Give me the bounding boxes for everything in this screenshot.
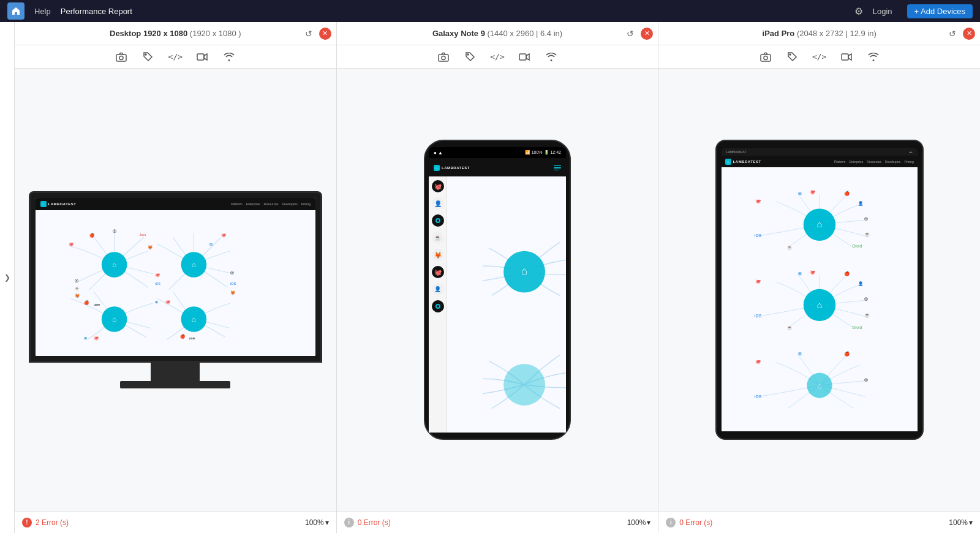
device-header-galaxy: Galaxy Note 9 (1440 x 2960 | 6.4 in) ↺ ✕: [337, 22, 658, 45]
phone-screen-galaxy: ⌂ LAMBDATEST: [429, 159, 566, 433]
error-badge-desktop: ! 2 Error (s): [22, 518, 69, 527]
tag-icon-galaxy[interactable]: [462, 48, 479, 66]
video-icon-desktop[interactable]: [194, 48, 211, 66]
close-button-galaxy[interactable]: ✕: [641, 28, 653, 40]
login-button[interactable]: Login: [873, 7, 892, 16]
svg-text:🍎: 🍎: [844, 351, 850, 357]
camera-icon-ipad[interactable]: [757, 48, 774, 66]
device-header-desktop: Desktop 1920 x 1080 (1920 x 1080 ) ↺ ✕: [15, 22, 336, 45]
svg-text:☕: ☕: [864, 312, 870, 318]
svg-rect-45: [842, 54, 848, 60]
svg-text:⌂: ⌂: [112, 315, 116, 323]
wifi-icon-galaxy[interactable]: [543, 48, 560, 66]
chevron-down-icon: ▾: [325, 518, 329, 527]
svg-text:◎: ◎: [230, 270, 233, 274]
site-mockup-desktop: ⌂ LAMBDATEST PlatformEnterpriseResources…: [36, 198, 315, 355]
svg-text:🦊: 🦊: [230, 290, 235, 296]
sidebar-toggle[interactable]: ❯: [0, 22, 15, 533]
zoom-select-galaxy[interactable]: 100% ▾: [627, 518, 651, 527]
camera-icon-galaxy[interactable]: [435, 48, 452, 66]
svg-text:☕: ☕: [864, 232, 870, 237]
chevron-right-icon: ❯: [4, 273, 10, 282]
svg-text:⌂: ⌂: [191, 315, 195, 323]
error-badge-galaxy: i 0 Error (s): [344, 518, 391, 527]
svg-text:🍎: 🍎: [84, 300, 89, 305]
code-icon-galaxy[interactable]: </>: [489, 48, 506, 66]
device-header-icons-desktop: ↺ ✕: [302, 27, 331, 40]
svg-text:⊞: ⊞: [209, 243, 213, 246]
camera-icon-desktop[interactable]: [113, 48, 130, 66]
svg-text:iOS: iOS: [755, 314, 762, 318]
main-content: ❯ Desktop 1920 x 1080 (1920 x 1080 ) ↺ ✕: [0, 22, 980, 533]
svg-text:Java: Java: [139, 233, 146, 236]
monitor-frame: ⌂ LAMBDATEST PlatformEnterpriseResources…: [29, 191, 322, 362]
code-icon-desktop[interactable]: </>: [167, 48, 184, 66]
svg-text:⌂: ⌂: [816, 300, 822, 310]
device-toolbar-ipad: </>: [658, 45, 980, 69]
svg-text:🦊: 🦊: [147, 244, 153, 250]
code-icon-ipad[interactable]: </>: [811, 48, 828, 66]
svg-text:🍎: 🍎: [89, 232, 94, 238]
svg-text:☕: ☕: [75, 286, 80, 291]
video-icon-ipad[interactable]: [838, 48, 855, 66]
svg-text:☕: ☕: [786, 244, 792, 250]
svg-text:🍎: 🍎: [844, 191, 850, 196]
settings-button[interactable]: ⚙: [854, 6, 863, 17]
wifi-icon-desktop[interactable]: [221, 48, 238, 66]
video-icon-galaxy[interactable]: [516, 48, 533, 66]
device-content-desktop: ⌂ LAMBDATEST PlatformEnterpriseResources…: [15, 69, 336, 511]
svg-text:iOS: iOS: [155, 282, 160, 286]
chevron-down-icon-ipad: ▾: [969, 518, 973, 527]
svg-text:iOS: iOS: [230, 282, 236, 286]
svg-point-37: [467, 54, 469, 55]
refresh-button-ipad[interactable]: ↺: [946, 27, 959, 40]
error-circle-galaxy: i: [344, 518, 354, 527]
tag-icon-desktop[interactable]: [140, 48, 157, 66]
device-title-desktop: Desktop 1920 x 1080 (1920 x 1080 ): [110, 29, 241, 38]
svg-text:👤: 👤: [858, 200, 863, 206]
svg-point-2: [145, 54, 146, 55]
device-panel-desktop: Desktop 1920 x 1080 (1920 x 1080 ) ↺ ✕: [15, 22, 337, 533]
close-button-desktop[interactable]: ✕: [319, 28, 331, 40]
svg-text:🐙: 🐙: [165, 299, 171, 304]
svg-text:🐙: 🐙: [755, 198, 761, 204]
svg-text:⌂: ⌂: [112, 260, 116, 269]
svg-text:◎: ◎: [864, 216, 868, 221]
nav-help[interactable]: Help: [34, 7, 51, 16]
svg-text:⌂: ⌂: [817, 381, 822, 390]
close-button-ipad[interactable]: ✕: [963, 28, 975, 40]
svg-text:🦊: 🦊: [75, 293, 80, 299]
svg-point-43: [764, 56, 767, 59]
svg-text:🐙: 🐙: [755, 279, 761, 284]
svg-text:🍎: 🍎: [180, 333, 186, 339]
svg-point-1: [119, 56, 123, 59]
refresh-button-galaxy[interactable]: ↺: [624, 27, 637, 40]
tag-icon-ipad[interactable]: [784, 48, 801, 66]
device-header-icons-ipad: ↺ ✕: [946, 27, 975, 40]
svg-text:🐙: 🐙: [810, 189, 816, 195]
zoom-select-desktop[interactable]: 100% ▾: [305, 518, 329, 527]
svg-text:☕: ☕: [786, 325, 792, 330]
svg-text:⌂: ⌂: [191, 260, 195, 269]
refresh-button-desktop[interactable]: ↺: [302, 27, 315, 40]
svg-text:⌂: ⌂: [521, 265, 528, 278]
svg-text:🐙: 🐙: [94, 336, 99, 341]
device-header-icons-galaxy: ↺ ✕: [624, 27, 653, 40]
svg-text:⊞: ⊞: [798, 352, 802, 356]
device-toolbar-desktop: </>: [15, 45, 336, 69]
svg-rect-35: [439, 55, 448, 61]
monitor-stand: [151, 363, 200, 381]
svg-text:user: user: [94, 303, 100, 306]
devices-area: Desktop 1920 x 1080 (1920 x 1080 ) ↺ ✕: [15, 22, 980, 533]
wifi-icon-ipad[interactable]: [865, 48, 882, 66]
svg-text:iOS: iOS: [755, 233, 762, 238]
svg-text:user: user: [189, 337, 195, 341]
svg-point-41: [503, 364, 545, 406]
add-devices-button[interactable]: + Add Devices: [907, 4, 973, 18]
svg-text:iOS: iOS: [755, 395, 762, 399]
nav-title: Performance Report: [61, 7, 132, 16]
home-button[interactable]: [7, 2, 24, 20]
zoom-select-ipad[interactable]: 100% ▾: [949, 518, 973, 527]
device-content-galaxy: ● ▲ 📶 100% 🔋 12:42 ⌂ LAMBDATEST: [337, 69, 658, 511]
svg-text:🐙: 🐙: [221, 232, 226, 238]
